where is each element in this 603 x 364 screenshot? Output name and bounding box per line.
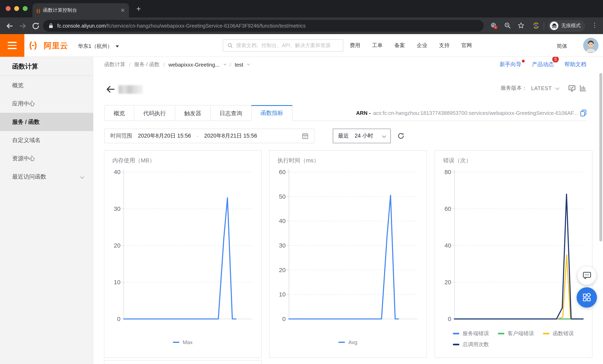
version-chevron-icon — [555, 86, 559, 90]
sidebar-item-label: 资源中心 — [12, 155, 35, 162]
tab-日志查询[interactable]: 日志查询 — [210, 105, 252, 121]
chart-plot-2: 020406080 — [435, 165, 592, 328]
region-selector[interactable]: 华东1（杭州） — [78, 43, 119, 50]
header-nav-备案[interactable]: 备案 — [394, 42, 405, 49]
aliyun-logo-mark: (-) — [29, 40, 36, 50]
reload-icon[interactable] — [32, 22, 40, 30]
browser-tab-bar: (-) 函数计算控制台 ✕ + — [0, 0, 603, 17]
legend-label: Avg — [348, 339, 357, 345]
service-version-selector[interactable]: 服务版本： LATEST — [501, 84, 586, 92]
global-search-input[interactable]: 搜索文档、控制台、API、解决方案和资源 — [223, 39, 343, 52]
widgets-launcher-button[interactable] — [577, 287, 597, 308]
header-nav-企业[interactable]: 企业 — [417, 42, 427, 49]
window-close-button[interactable] — [6, 6, 11, 11]
header-nav-官网[interactable]: 官网 — [461, 42, 472, 49]
svg-text:20: 20 — [114, 242, 120, 249]
refresh-icon[interactable] — [397, 132, 405, 140]
language-switch[interactable]: 简体 — [557, 43, 567, 50]
legend-item-Max[interactable]: Max — [173, 339, 193, 345]
legend-swatch — [543, 333, 549, 334]
quick-range-prefix: 最近 — [338, 132, 349, 140]
breadcrumb-item[interactable]: webapixxx-Greeting... — [168, 61, 219, 68]
back-arrow-icon[interactable] — [106, 85, 115, 93]
execution-time-chart-card: 执行时间（ms）0102030405060Avg — [269, 150, 427, 358]
tab-触发器[interactable]: 触发器 — [175, 105, 211, 121]
legend-item-Avg[interactable]: Avg — [339, 339, 357, 345]
sidebar-item-应用中心[interactable]: 应用中心 — [0, 94, 93, 113]
sidebar-item-资源中心[interactable]: 资源中心 — [0, 149, 93, 168]
legend-label: 客户端错误 — [508, 330, 534, 337]
address-bar[interactable]: fc.console.aliyun.com/fc/service/cn-hang… — [43, 20, 484, 32]
toolbar-separator — [544, 22, 544, 30]
svg-text:0: 0 — [448, 316, 451, 322]
sidebar-list: 概览应用中心服务 / 函数自定义域名资源中心最近访问函数 — [0, 76, 93, 186]
legend-item-函数错误[interactable]: 函数错误 — [543, 330, 574, 337]
region-label: 华东1（杭州） — [78, 43, 112, 50]
breadcrumb-item[interactable]: test — [235, 61, 243, 68]
tab-概览[interactable]: 概览 — [104, 105, 134, 121]
legend-swatch — [453, 333, 459, 334]
memory-usage-chart-card: 内存使用（MB）010203040Max — [104, 150, 262, 358]
forward-icon[interactable] — [19, 22, 27, 30]
sidebar-item-最近访问函数[interactable]: 最近访问函数 — [0, 168, 93, 186]
bookmark-star-icon[interactable] — [517, 22, 525, 29]
help-link-产品动态[interactable]: 产品动态5 — [532, 61, 554, 68]
sidebar-item-自定义域名[interactable]: 自定义域名 — [0, 131, 93, 149]
widgets-icon — [582, 293, 591, 302]
lock-icon — [49, 23, 53, 28]
window-minimize-button[interactable] — [14, 6, 19, 11]
tab-代码执行[interactable]: 代码执行 — [134, 105, 175, 121]
avatar[interactable] — [583, 38, 599, 53]
back-icon[interactable] — [6, 22, 14, 30]
palette-extension-icon[interactable]: x — [490, 22, 498, 29]
legend-label: 函数错误 — [553, 330, 574, 337]
chart-legend: Max — [104, 339, 261, 349]
feedback-chat-button[interactable] — [578, 266, 596, 285]
help-link-帮助文档[interactable]: 帮助文档 — [564, 61, 586, 68]
help-links: 新手向导产品动态5帮助文档 — [499, 61, 586, 68]
breadcrumb-item[interactable]: 服务 / 函数 — [134, 61, 160, 68]
time-range-picker[interactable]: 时间范围 2020年8月20日 15:56 - 2020年8月21日 15:56 — [104, 129, 314, 143]
copy-icon[interactable] — [580, 110, 586, 117]
sidebar-item-概览[interactable]: 概览 — [0, 76, 93, 94]
r-extension-icon[interactable]: R — [532, 22, 540, 29]
header-nav-支持[interactable]: 支持 — [439, 42, 450, 49]
zoom-extension-icon[interactable] — [504, 22, 511, 29]
window-zoom-button[interactable] — [23, 6, 28, 11]
aliyun-logo-text[interactable]: 阿里云 — [44, 41, 68, 51]
search-placeholder: 搜索文档、控制台、API、解决方案和资源 — [236, 42, 331, 49]
chat-bubble-icon — [582, 271, 591, 280]
quick-range-select[interactable]: 最近 24 小时 — [333, 129, 391, 143]
svg-text:0: 0 — [282, 316, 286, 322]
header-nav-工单[interactable]: 工单 — [372, 42, 383, 49]
search-icon — [227, 43, 233, 48]
calendar-icon[interactable] — [302, 133, 308, 139]
arn-row: ARN - acs:fc:cn-hangzhou:181377438895370… — [356, 105, 586, 121]
time-end-value: 2020年8月21日 15:56 — [204, 132, 257, 140]
help-link-新手向导[interactable]: 新手向导 — [499, 61, 522, 68]
browser-tab[interactable]: (-) 函数计算控制台 ✕ — [33, 3, 129, 17]
legend-item-服务端错误[interactable]: 服务端错误 — [453, 330, 489, 337]
time-start-value: 2020年8月20日 15:56 — [138, 132, 191, 140]
page-scrollbar-thumb[interactable] — [599, 73, 602, 241]
hamburger-menu-button[interactable] — [0, 34, 24, 57]
svg-text:50: 50 — [279, 193, 286, 200]
sidebar-item-label: 自定义域名 — [12, 137, 41, 143]
browser-menu-icon[interactable]: ⋮ — [592, 22, 598, 29]
tab-函数指标[interactable]: 函数指标 — [251, 105, 293, 121]
legend-item-总调用次数[interactable]: 总调用次数 — [453, 341, 489, 348]
chevron-down-icon — [80, 175, 84, 179]
chevron-down-icon[interactable] — [247, 62, 250, 65]
metrics-bar-chart-icon[interactable] — [580, 85, 586, 92]
header-nav-费用[interactable]: 费用 — [350, 42, 360, 49]
chevron-down-icon[interactable] — [224, 62, 226, 65]
monitor-check-icon[interactable] — [568, 85, 575, 92]
legend-item-客户端错误[interactable]: 客户端错误 — [498, 330, 534, 337]
svg-text:60: 60 — [444, 205, 451, 212]
tab-close-icon[interactable]: ✕ — [120, 7, 125, 13]
new-tab-button[interactable]: + — [136, 5, 141, 12]
sidebar-divider — [0, 75, 93, 76]
breadcrumb-item[interactable]: 函数计算 — [104, 61, 125, 68]
sidebar-item-服务 / 函数[interactable]: 服务 / 函数 — [0, 113, 93, 131]
time-separator: - — [197, 133, 198, 139]
